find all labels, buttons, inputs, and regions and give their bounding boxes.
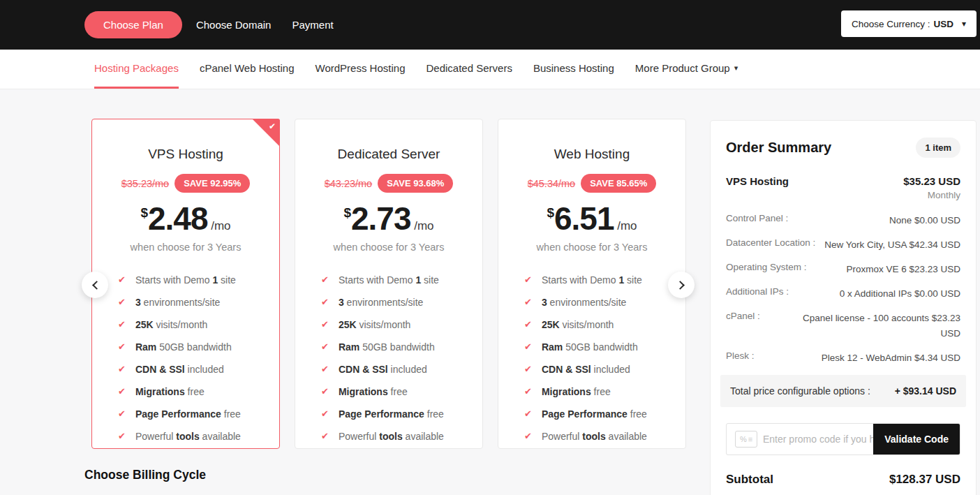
plan-card-web-hosting[interactable]: ✔Web Hosting$45.34/moSAVE 85.65%$6.51 /m… [498,119,686,449]
term-note: when choose for 3 Years [295,242,482,253]
item-count-badge: 1 item [916,138,960,158]
summary-product-row: VPS Hosting $35.23 USD Monthly [726,175,960,200]
feature-text: available [403,431,444,442]
currency-symbol: $ [140,205,148,220]
config-label: Plesk : [726,350,755,366]
currency-symbol: $ [343,205,351,220]
feature-text: 25K [135,319,154,330]
feature-text: Ram [542,341,563,353]
step-payment[interactable]: Payment [292,19,333,31]
product-group-nav: Hosting PackagescPanel Web HostingWordPr… [0,50,980,89]
lines-glyph: ≡ [748,435,752,443]
check-icon: ✔ [524,386,532,397]
check-icon: ✔ [118,364,126,374]
nav-item-cpanel-web-hosting[interactable]: cPanel Web Hosting [200,50,295,89]
plan-card-dedicated-server[interactable]: ✔Dedicated Server$43.23/moSAVE 93.68%$2.… [295,119,483,449]
feature-item: ✔Page Performance free [118,403,279,425]
check-icon: ✔ [321,364,329,374]
check-icon: ✔ [118,274,126,285]
check-icon: ✔ [118,297,126,307]
feature-text: 50GB bandwidth [156,341,231,353]
feature-text: Page Performance [542,408,628,420]
feature-item: ✔Powerful tools available [321,425,482,448]
config-value: Cpanel license - 100 accounts $23.23 USD [794,311,960,341]
feature-text: included [591,364,630,375]
price-period: /mo [208,219,231,232]
plan-old-price: $43.23/mo [325,178,373,189]
order-summary-title: Order Summary [726,140,831,156]
config-value: New York City, USA $42.34 USD [824,237,960,253]
summary-product-name: VPS Hosting [726,175,789,200]
currency-symbol: $ [547,205,554,220]
promo-code-input[interactable] [763,424,873,455]
nav-item-business-hosting[interactable]: Business Hosting [533,50,614,89]
feature-text: 25K [542,319,560,330]
validate-code-button[interactable]: Validate Code [873,424,960,455]
check-icon: ✔ [524,297,532,307]
check-icon: ✔ [524,274,532,285]
step-choose-plan[interactable]: Choose Plan [84,11,182,38]
feature-item: ✔Powerful tools available [524,425,685,448]
price-amount: 6.51 [554,200,614,237]
subtotal-value: $128.37 USD [889,473,960,487]
feature-text: Migrations [339,386,388,397]
feature-text: Ram [135,341,156,353]
feature-text: CDN & SSl [542,364,591,375]
carousel-next-button[interactable] [668,272,695,298]
nav-item-wordpress-hosting[interactable]: WordPress Hosting [315,50,406,89]
nav-item-label: WordPress Hosting [315,62,406,74]
billing-cycle-heading: Choose Billing Cycle [84,468,206,482]
feature-text: free [388,386,408,397]
price-period: /mo [614,219,637,232]
config-row-datacenter-location: Datacenter Location :New York City, USA … [726,237,960,253]
check-icon: ✔ [321,386,329,397]
plan-price: $2.48 /mo [92,201,279,237]
config-label: Additional IPs : [726,286,789,302]
price-period: /mo [411,219,434,232]
feature-text: 50GB bandwidth [563,341,637,353]
config-value: None $0.00 USD [889,213,960,228]
feature-item: ✔3 environments/site [524,291,685,313]
feature-text: Starts with Demo [339,274,415,286]
check-icon: ✔ [524,431,532,441]
coupon-icon: %≡ [735,431,757,448]
feature-text: available [200,431,241,442]
feature-text: 25K [339,319,357,330]
nav-item-dedicated-servers[interactable]: Dedicated Servers [426,50,512,89]
feature-text: Page Performance [135,408,221,420]
nav-item-label: cPanel Web Hosting [200,62,295,74]
feature-text: Starts with Demo [542,274,618,286]
feature-item: ✔Ram 50GB bandwidth [524,336,685,358]
currency-selector[interactable]: Choose Currency : USD ▾ [841,10,977,37]
feature-list: ✔Starts with Demo 1 site✔3 environments/… [498,269,685,448]
check-icon: ✔ [118,341,126,352]
plan-price: $6.51 /mo [498,201,685,237]
plan-old-price: $35.23/mo [121,178,170,189]
nav-item-more-product-group[interactable]: More Product Group▾ [635,50,738,89]
feature-item: ✔Starts with Demo 1 site [321,269,482,291]
carousel-prev-button[interactable] [82,272,108,298]
plan-name: Web Hosting [498,147,685,162]
plan-card-vps-hosting[interactable]: ✔VPS Hosting$35.23/moSAVE 92.95%$2.48 /m… [91,119,280,449]
check-icon: ✔ [321,274,329,285]
feature-text: free [628,408,647,420]
check-icon: ✔ [524,319,532,330]
plan-price: $2.73 /mo [295,201,482,237]
chevron-left-icon [92,281,101,290]
feature-text: visits/month [154,319,208,330]
check-icon: ✔ [118,319,126,330]
step-choose-domain[interactable]: Choose Domain [196,19,272,31]
nav-item-hosting-packages[interactable]: Hosting Packages [94,50,179,89]
check-icon: ✔ [118,408,126,419]
feature-text: environments/site [141,297,221,308]
feature-text: 1 [415,274,421,286]
percent-glyph: % [740,435,747,443]
feature-item: ✔Migrations free [321,381,482,403]
config-row-cpanel: cPanel :Cpanel license - 100 accounts $2… [726,311,960,341]
feature-text: tools [582,431,605,442]
feature-text: 1 [618,274,624,286]
summary-billing-cycle: Monthly [903,190,960,200]
check-icon: ✔ [524,341,532,352]
feature-text: Migrations [542,386,591,397]
config-label: cPanel : [726,311,760,341]
